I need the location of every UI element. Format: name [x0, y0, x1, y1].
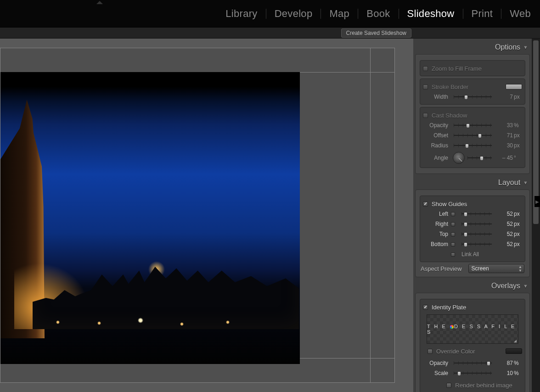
- override-color-checkbox[interactable]: [428, 349, 433, 354]
- shadow-offset-slider[interactable]: [454, 133, 492, 138]
- left-panel-expand-icon[interactable]: [96, 1, 103, 4]
- render-behind-checkbox[interactable]: [446, 383, 451, 388]
- stroke-width-slider[interactable]: [454, 94, 492, 100]
- unit-percent: %: [514, 370, 522, 376]
- module-web[interactable]: Web: [501, 9, 531, 19]
- resize-corner-icon: [514, 340, 517, 342]
- shadow-offset-value[interactable]: 71: [495, 132, 513, 139]
- aspect-preview-value: Screen: [472, 265, 489, 272]
- module-picker-bar: Library Develop Map Book Slideshow Print…: [0, 0, 540, 28]
- slide-frame[interactable]: [0, 48, 395, 383]
- module-slideshow[interactable]: Slideshow: [399, 9, 463, 19]
- margin-left-link-checkbox[interactable]: [451, 212, 455, 216]
- slideshow-subbar: Create Saved Slideshow: [0, 28, 540, 39]
- ip-opacity-value[interactable]: 87: [495, 360, 513, 366]
- right-panels: Options ▼ Zoom to Fill Frame Stroke Bord…: [413, 39, 540, 392]
- stroke-border-checkbox[interactable]: [423, 84, 428, 90]
- unit-px: px: [514, 211, 522, 217]
- module-book[interactable]: Book: [358, 9, 399, 19]
- margin-top-label: Top: [423, 231, 448, 237]
- panel-title: Options: [495, 43, 520, 51]
- identity-plate-checkbox[interactable]: ✓: [423, 305, 428, 310]
- ip-scale-value[interactable]: 10: [495, 370, 513, 376]
- zoom-fill-checkbox[interactable]: [423, 66, 428, 71]
- aspect-preview-label: Aspect Preview: [421, 265, 462, 272]
- unit-px: px: [514, 221, 522, 227]
- slide-image[interactable]: [0, 72, 300, 364]
- unit-px: px: [514, 132, 522, 139]
- shadow-opacity-slider[interactable]: [454, 123, 492, 128]
- module-print[interactable]: Print: [463, 9, 502, 19]
- unit-percent: %: [514, 122, 522, 129]
- module-library[interactable]: Library: [217, 9, 266, 19]
- image-content: [44, 318, 274, 331]
- margin-right-slider[interactable]: [461, 221, 492, 227]
- aspect-preview-select[interactable]: Screen ▲▼: [468, 264, 524, 273]
- panel-title: Overlays: [491, 282, 520, 290]
- margin-bottom-value[interactable]: 52: [495, 241, 513, 247]
- unit-percent: %: [514, 360, 522, 366]
- shadow-opacity-label: Opacity: [423, 122, 448, 129]
- right-panel-collapse-icon[interactable]: ▶: [534, 196, 540, 207]
- shadow-radius-value[interactable]: 30: [495, 142, 513, 149]
- margin-top-slider[interactable]: [461, 231, 492, 237]
- plate-text-a: T H E: [427, 324, 450, 329]
- shadow-angle-slider[interactable]: [467, 155, 492, 161]
- stroke-width-label: Width: [423, 94, 448, 100]
- options-panel: Zoom to Fill Frame Stroke Border Width: [415, 54, 530, 174]
- shadow-angle-label: Angle: [423, 155, 448, 161]
- shadow-opacity-value[interactable]: 33: [495, 122, 513, 129]
- shadow-angle-value[interactable]: – 45: [495, 155, 513, 161]
- margin-left-slider[interactable]: [461, 211, 492, 217]
- layout-panel: ✓ Show Guides Left 52 px Right 5: [415, 190, 530, 277]
- show-guides-checkbox[interactable]: ✓: [423, 202, 428, 207]
- module-map[interactable]: Map: [321, 9, 358, 19]
- overlays-panel: ✓ Identity Plate T H E D E S S A F I L E…: [415, 293, 530, 392]
- ip-opacity-slider[interactable]: [454, 360, 492, 366]
- margin-right-value[interactable]: 52: [495, 221, 513, 227]
- disclosure-triangle-icon: ▼: [523, 180, 528, 185]
- show-guides-label: Show Guides: [432, 201, 467, 207]
- margin-bottom-slider[interactable]: [461, 241, 492, 247]
- cast-shadow-checkbox[interactable]: [423, 113, 428, 118]
- unit-px: px: [514, 231, 522, 237]
- stroke-border-label: Stroke Border: [432, 84, 468, 90]
- margin-left-value[interactable]: 52: [495, 211, 513, 217]
- unit-px: px: [514, 142, 522, 149]
- disclosure-triangle-icon: ▼: [523, 283, 528, 289]
- shadow-angle-dial[interactable]: [453, 152, 465, 164]
- zoom-fill-label: Zoom to Fill Frame: [432, 65, 482, 72]
- color-wheel-icon: [450, 325, 454, 329]
- render-behind-label: Render behind image: [455, 382, 512, 389]
- ip-scale-label: Scale: [423, 370, 448, 376]
- shadow-offset-label: Offset: [423, 132, 448, 139]
- slideshow-preview: [0, 39, 413, 392]
- margin-top-link-checkbox[interactable]: [451, 232, 455, 236]
- module-develop[interactable]: Develop: [266, 9, 321, 19]
- shadow-radius-slider[interactable]: [454, 143, 492, 148]
- ip-scale-slider[interactable]: [454, 370, 492, 376]
- unit-px: px: [514, 94, 522, 100]
- link-all-checkbox[interactable]: [451, 252, 455, 257]
- disclosure-triangle-icon: ▼: [523, 45, 528, 50]
- create-saved-slideshow-button[interactable]: Create Saved Slideshow: [341, 28, 411, 38]
- margin-left-label: Left: [423, 211, 448, 217]
- panel-header-overlays[interactable]: Overlays ▼: [415, 279, 530, 293]
- override-color-label: Override Color: [436, 348, 475, 355]
- margin-top-value[interactable]: 52: [495, 231, 513, 237]
- unit-degree: °: [514, 155, 522, 161]
- panel-header-layout[interactable]: Layout ▼: [415, 176, 530, 190]
- panel-header-options[interactable]: Options ▼: [415, 40, 530, 54]
- panel-scrollbar-track[interactable]: [532, 39, 540, 392]
- identity-plate-preview[interactable]: T H E D E S S A F I L E S: [427, 314, 518, 344]
- stroke-width-value[interactable]: 7: [495, 94, 513, 100]
- guide-right[interactable]: [370, 48, 371, 382]
- link-all-label: Link All: [461, 251, 479, 258]
- override-color-swatch[interactable]: [506, 348, 522, 354]
- margin-bottom-label: Bottom: [423, 241, 448, 247]
- margin-right-link-checkbox[interactable]: [451, 222, 455, 226]
- identity-plate-text: T H E D E S S A F I L E S: [427, 324, 518, 335]
- stroke-color-swatch[interactable]: [506, 84, 522, 90]
- margin-bottom-link-checkbox[interactable]: [451, 242, 455, 246]
- ip-opacity-label: Opacity: [423, 360, 448, 366]
